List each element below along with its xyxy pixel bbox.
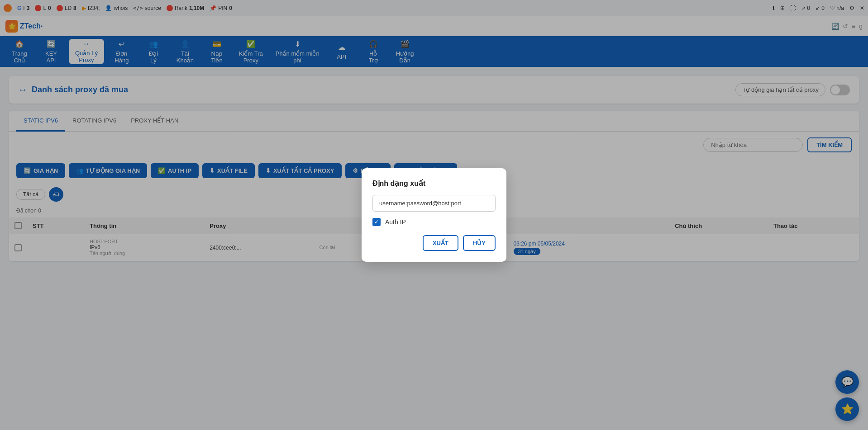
modal-auth-ip-checkbox[interactable]: ✓	[372, 218, 381, 226]
modal-buttons: XUẤT HỦY	[372, 235, 496, 251]
modal-xuat-button[interactable]: XUẤT	[423, 235, 458, 251]
modal-title: Định dạng xuất	[372, 179, 496, 188]
modal-huy-button[interactable]: HỦY	[463, 235, 496, 251]
export-format-modal: Định dạng xuất ✓ Auth IP XUẤT HỦY	[362, 168, 506, 262]
modal-auth-ip-label: Auth IP	[385, 218, 406, 226]
modal-auth-ip-row: ✓ Auth IP	[372, 218, 496, 226]
modal-format-input[interactable]	[372, 195, 496, 212]
modal-overlay: Định dạng xuất ✓ Auth IP XUẤT HỦY	[0, 0, 868, 270]
